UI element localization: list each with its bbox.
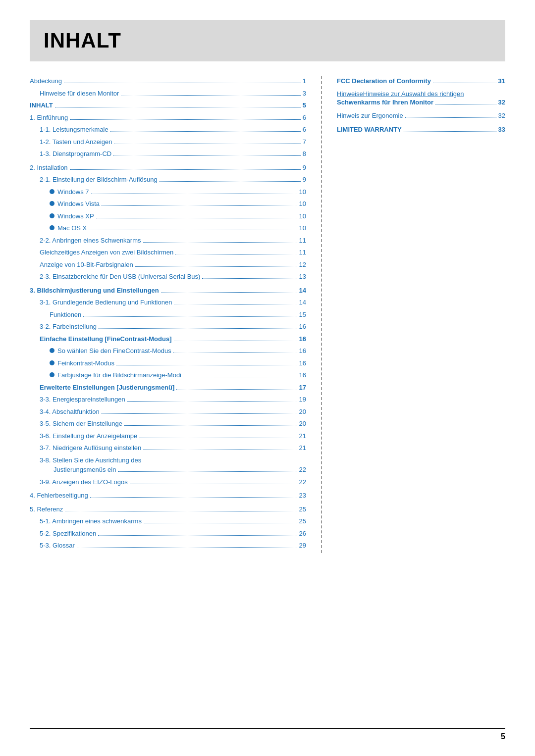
toc-entry: 3-3. Energiespareinstellungen19 xyxy=(30,395,306,404)
toc-text: 5-1. Ambringen eines schwenkarms xyxy=(40,516,142,526)
toc-entry: Abdeckung1 xyxy=(30,76,306,86)
toc-page: 8 xyxy=(303,149,306,159)
toc-page: 32 xyxy=(498,98,505,107)
toc-dots xyxy=(110,131,301,132)
toc-text: FCC Declaration of Conformity xyxy=(337,76,431,86)
toc-text: 3-1. Grundlegende Bedienung und Funktion… xyxy=(40,298,172,307)
toc-entry: 5-1. Ambringen eines schwenkarms25 xyxy=(30,516,306,526)
toc-text: Feinkontrast-Modus xyxy=(57,358,114,368)
right-column: FCC Declaration of Conformity31HinweiseH… xyxy=(322,76,505,553)
toc-text: 3-7. Niedrigere Auflösung einstellen xyxy=(40,443,141,453)
toc-entry: 1-3. Dienstprogramm-CD8 xyxy=(30,149,306,159)
toc-text: 3-3. Energiespareinstellungen xyxy=(40,395,125,404)
toc-entry: Funktionen15 xyxy=(30,310,306,320)
toc-dots xyxy=(70,119,300,120)
title-bar: INHALT xyxy=(30,20,505,61)
toc-dots xyxy=(135,266,297,267)
toc-page: 22 xyxy=(299,477,306,487)
toc-text: 3-8. Stellen Sie die Ausrichtung des xyxy=(40,455,306,465)
toc-dots xyxy=(127,401,297,402)
toc-text: Windows Vista xyxy=(57,199,100,209)
toc-entry: 4. Fehlerbeseitigung23 xyxy=(30,491,306,501)
toc-dots xyxy=(118,471,297,472)
toc-text: Funktionen xyxy=(50,310,81,320)
toc-entry: 5-3. Glossar29 xyxy=(30,541,306,551)
toc-page: 21 xyxy=(299,443,306,453)
toc-page: 16 xyxy=(299,358,306,368)
toc-dots xyxy=(116,365,297,365)
toc-text: INHALT xyxy=(30,101,53,110)
toc-text: 3-5. Sichern der Einstellunge xyxy=(40,419,122,429)
bullet-icon xyxy=(50,225,54,230)
toc-page: 6 xyxy=(303,113,306,123)
toc-page: 16 xyxy=(299,370,306,380)
toc-text: So wählen Sie den FineContrast-Modus xyxy=(57,346,171,356)
toc-page: 14 xyxy=(299,298,306,307)
bullet-icon xyxy=(50,189,54,194)
toc-text: 5. Referenz xyxy=(30,504,63,514)
bullet-icon xyxy=(50,213,54,218)
toc-text: 2-2. Anbringen eines Schwenkarms xyxy=(40,236,141,246)
toc-page: 13 xyxy=(299,272,306,282)
toc-text: 5-3. Glossar xyxy=(40,541,75,551)
toc-dots xyxy=(161,292,297,293)
toc-entry: Einfache Einstellung [FineContrast-Modus… xyxy=(30,334,306,344)
toc-page: 23 xyxy=(299,491,306,501)
toc-text: 1. Einführung xyxy=(30,113,68,123)
toc-entry: Windows Vista10 xyxy=(30,199,306,209)
toc-page: 17 xyxy=(299,383,306,393)
toc-dots xyxy=(96,218,297,218)
toc-entry: FCC Declaration of Conformity31 xyxy=(337,76,505,86)
toc-entry: 2. Installation9 xyxy=(30,163,306,173)
toc-dots xyxy=(98,535,297,536)
toc-page: 21 xyxy=(299,431,306,441)
toc-entry: 3-1. Grundlegende Bedienung und Funktion… xyxy=(30,298,306,307)
toc-text: 1-3. Dienstprogramm-CD xyxy=(40,149,111,159)
toc-dots xyxy=(114,144,301,144)
toc-entry: 3-5. Sichern der Einstellunge20 xyxy=(30,419,306,429)
toc-page: 32 xyxy=(498,111,505,121)
toc-page: 16 xyxy=(299,334,306,344)
toc-entry: Windows XP10 xyxy=(30,211,306,221)
toc-text: 3. Bildschirmjustierung und Einstellunge… xyxy=(30,286,159,296)
content-columns: Abdeckung1Hinweise für diesen Monitor3IN… xyxy=(30,76,505,553)
toc-dots xyxy=(173,353,297,353)
toc-entry: INHALT5 xyxy=(30,101,306,110)
toc-entry: Hinweise für diesen Monitor3 xyxy=(30,89,306,99)
toc-text: 1-1. Leistungsmerkmale xyxy=(40,125,108,135)
toc-text: Anzeige von 10-Bit-Farbsignalen xyxy=(40,260,133,270)
toc-page: 10 xyxy=(299,211,306,221)
toc-entry: Hinweis zur Ergonomie32 xyxy=(337,111,505,121)
toc-dots xyxy=(64,83,301,83)
toc-entry: Gleichzeitiges Anzeigen von zwei Bildsch… xyxy=(30,248,306,257)
toc-text: 3-2. Farbeinstellung xyxy=(40,322,97,332)
toc-entry: 1. Einführung6 xyxy=(30,113,306,123)
toc-text: 1-2. Tasten und Anzeigen xyxy=(40,137,112,147)
toc-dots xyxy=(435,104,496,104)
toc-dots xyxy=(143,450,297,450)
toc-dots xyxy=(91,194,297,194)
toc-page: 6 xyxy=(303,125,306,135)
toc-text: 2. Installation xyxy=(30,163,68,173)
toc-entry: 3. Bildschirmjustierung und Einstellunge… xyxy=(30,286,306,296)
toc-page: 29 xyxy=(299,541,306,551)
toc-entry: 3-9. Anzeigen des EIZO-Logos22 xyxy=(30,477,306,487)
toc-entry: 2-2. Anbringen eines Schwenkarms11 xyxy=(30,236,306,246)
toc-page: 11 xyxy=(299,236,306,246)
toc-entry: Schwenkarms für Ihren Monitor32 xyxy=(337,98,505,107)
toc-text: 3-6. Einstellung der Anzeigelampe xyxy=(40,431,137,441)
toc-entry: 5. Referenz25 xyxy=(30,504,306,514)
toc-page: 10 xyxy=(299,187,306,197)
toc-text: Gleichzeitiges Anzeigen von zwei Bildsch… xyxy=(40,248,173,257)
toc-page: 11 xyxy=(299,248,306,257)
toc-text: HinweiseHinweise zur Auswahl des richtig… xyxy=(337,90,464,98)
toc-text: Schwenkarms für Ihren Monitor xyxy=(337,98,433,107)
toc-entry: Feinkontrast-Modus16 xyxy=(30,358,306,368)
toc-text: Abdeckung xyxy=(30,76,62,86)
toc-page: 5 xyxy=(303,101,306,110)
toc-dots xyxy=(113,155,301,156)
toc-dots xyxy=(433,83,496,83)
toc-page: 10 xyxy=(299,223,306,233)
toc-text: Windows XP xyxy=(57,211,94,221)
toc-page: 26 xyxy=(299,529,306,539)
